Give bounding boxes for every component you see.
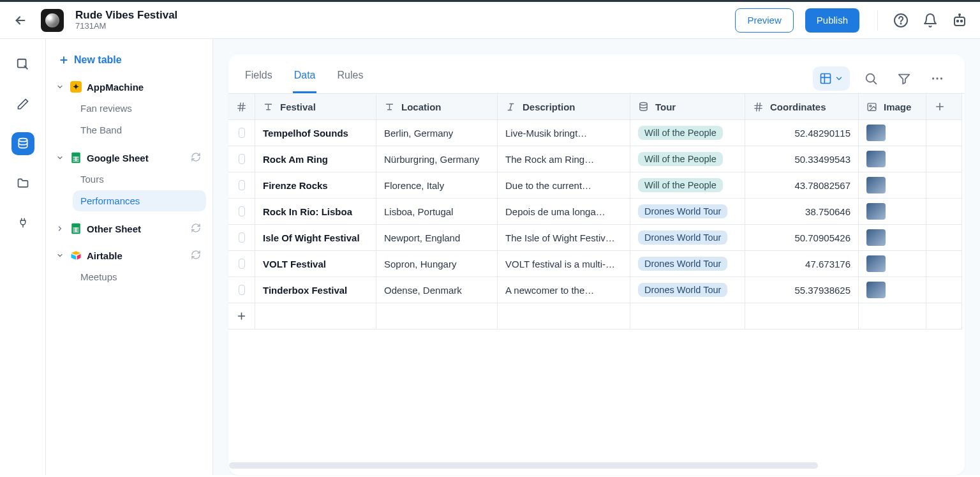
rail-plug-icon[interactable]	[11, 211, 34, 234]
cell-blank[interactable]	[926, 146, 962, 172]
tree-item[interactable]: Fan reviews	[73, 98, 206, 119]
tab-rules[interactable]: Rules	[336, 63, 364, 93]
cell-coordinates[interactable]: 38.750646	[745, 199, 859, 225]
column-header[interactable]: Location	[376, 94, 498, 120]
cell-image[interactable]	[859, 120, 926, 146]
cell-description[interactable]: Due to the current…	[498, 172, 630, 199]
row-checkbox[interactable]	[239, 180, 245, 190]
column-header[interactable]: Image	[859, 94, 926, 120]
back-button[interactable]	[11, 11, 29, 29]
cell-description[interactable]: Live-Musik bringt…	[498, 120, 630, 146]
rail-database-icon[interactable]	[11, 132, 34, 155]
row-selector[interactable]	[228, 225, 255, 251]
cell-blank[interactable]	[926, 172, 962, 199]
cell-tour[interactable]: Drones World Tour	[630, 251, 745, 277]
cell-festival[interactable]: Firenze Rocks	[255, 172, 376, 199]
row-selector[interactable]	[228, 277, 255, 303]
tree-item[interactable]: Tours	[73, 169, 206, 190]
row-checkbox[interactable]	[239, 232, 245, 243]
add-column-button[interactable]	[926, 94, 962, 120]
row-checkbox[interactable]	[239, 154, 245, 164]
cell-coordinates[interactable]: 47.673176	[745, 251, 859, 277]
rail-folder-icon[interactable]	[11, 172, 34, 195]
cell-tour[interactable]: Will of the People	[630, 120, 745, 146]
view-switch-button[interactable]	[813, 66, 850, 91]
cell-festival[interactable]: Tinderbox Festival	[255, 277, 376, 303]
cell-image[interactable]	[859, 225, 926, 251]
cell-description[interactable]: A newcomer to the…	[498, 277, 630, 303]
cell-blank[interactable]	[926, 120, 962, 146]
cell-festival[interactable]: VOLT Festival	[255, 251, 376, 277]
cell-description[interactable]: Depois de uma longa…	[498, 199, 630, 225]
cell-coordinates[interactable]: 52.48290115	[745, 120, 859, 146]
refresh-icon[interactable]	[191, 250, 202, 261]
cell-image[interactable]	[859, 251, 926, 277]
row-selector[interactable]	[228, 146, 255, 172]
tree-group-gsheet2[interactable]: Other Sheet	[51, 219, 206, 238]
column-header[interactable]: Festival	[255, 94, 376, 120]
column-header[interactable]	[228, 94, 255, 120]
cell-coordinates[interactable]: 50.33499543	[745, 146, 859, 172]
rail-pencil-icon[interactable]	[11, 93, 34, 116]
publish-button[interactable]: Publish	[805, 8, 859, 33]
cell-location[interactable]: Nürburgring, Germany	[376, 146, 498, 172]
row-checkbox[interactable]	[239, 285, 245, 295]
cell-blank[interactable]	[926, 225, 962, 251]
cell-blank[interactable]	[926, 251, 962, 277]
new-table-button[interactable]: New table	[51, 50, 206, 77]
cell-description[interactable]: The Isle of Wight Festiv…	[498, 225, 630, 251]
cell-location[interactable]: Odense, Denmark	[376, 277, 498, 303]
row-selector[interactable]	[228, 172, 255, 199]
tree-item[interactable]: The Band	[73, 119, 206, 140]
cell-festival[interactable]: Rock Am Ring	[255, 146, 376, 172]
cell-image[interactable]	[859, 199, 926, 225]
column-header[interactable]: Coordinates	[745, 94, 859, 120]
cell-coordinates[interactable]: 43.78082567	[745, 172, 859, 199]
cell-location[interactable]: Berlin, Germany	[376, 120, 498, 146]
cell-blank[interactable]	[926, 277, 962, 303]
row-checkbox[interactable]	[239, 259, 245, 269]
row-checkbox[interactable]	[239, 206, 245, 216]
search-icon[interactable]	[859, 66, 883, 91]
robot-icon[interactable]	[951, 11, 969, 29]
horizontal-scrollbar[interactable]	[229, 462, 818, 469]
tab-data[interactable]: Data	[293, 63, 317, 93]
tree-item[interactable]: Performances	[73, 190, 206, 211]
cell-location[interactable]: Florence, Italy	[376, 172, 498, 199]
cell-description[interactable]: The Rock am Ring…	[498, 146, 630, 172]
cell-image[interactable]	[859, 277, 926, 303]
add-row-button[interactable]	[228, 303, 255, 329]
cell-description[interactable]: VOLT festival is a multi-…	[498, 251, 630, 277]
cell-image[interactable]	[859, 146, 926, 172]
cell-coordinates[interactable]: 50.70905426	[745, 225, 859, 251]
cell-tour[interactable]: Drones World Tour	[630, 225, 745, 251]
rail-cursor-icon[interactable]	[11, 53, 34, 76]
cell-festival[interactable]: Isle Of Wight Festival	[255, 225, 376, 251]
help-icon[interactable]	[892, 11, 910, 29]
cell-tour[interactable]: Will of the People	[630, 146, 745, 172]
refresh-icon[interactable]	[191, 223, 202, 234]
tree-item[interactable]: Meetups	[73, 266, 206, 287]
cell-festival[interactable]: Rock In Rio: Lisboa	[255, 199, 376, 225]
more-icon[interactable]	[925, 66, 949, 91]
cell-tour[interactable]: Drones World Tour	[630, 199, 745, 225]
column-header[interactable]: Description	[498, 94, 630, 120]
cell-coordinates[interactable]: 55.37938625	[745, 277, 859, 303]
row-selector[interactable]	[228, 199, 255, 225]
column-header[interactable]: Tour	[630, 94, 745, 120]
row-checkbox[interactable]	[239, 128, 245, 138]
tree-group-gsheet1[interactable]: Google Sheet	[51, 148, 206, 167]
cell-blank[interactable]	[926, 199, 962, 225]
cell-tour[interactable]: Will of the People	[630, 172, 745, 199]
cell-festival[interactable]: Tempelhof Sounds	[255, 120, 376, 146]
refresh-icon[interactable]	[191, 152, 202, 163]
cell-image[interactable]	[859, 172, 926, 199]
cell-location[interactable]: Sopron, Hungary	[376, 251, 498, 277]
bell-icon[interactable]	[921, 11, 939, 29]
preview-button[interactable]: Preview	[735, 8, 793, 33]
row-selector[interactable]	[228, 120, 255, 146]
cell-location[interactable]: Newport, England	[376, 225, 498, 251]
tab-fields[interactable]: Fields	[244, 63, 274, 93]
cell-tour[interactable]: Drones World Tour	[630, 277, 745, 303]
tree-group-airtable[interactable]: Airtable	[51, 246, 206, 265]
